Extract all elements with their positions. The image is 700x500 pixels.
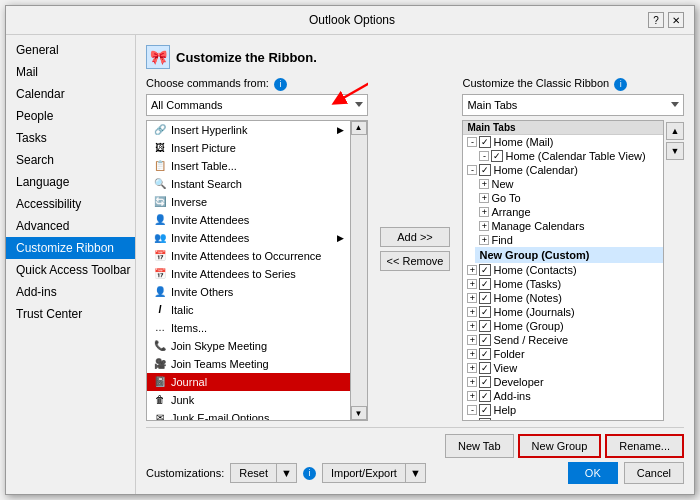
list-item-invite-occurrence[interactable]: 📅Invite Attendees to Occurrence xyxy=(147,247,350,265)
list-item-invite-attendees2[interactable]: 👥Invite Attendees▶ xyxy=(147,229,350,247)
ribbon-dropdown[interactable]: Main Tabs xyxy=(462,94,684,116)
import-export-button[interactable]: Import/Export xyxy=(323,464,406,482)
list-item-join-skype[interactable]: 📞Join Skype Meeting xyxy=(147,337,350,355)
tree-item-home-group[interactable]: + ✓ Home (Group) xyxy=(463,319,663,333)
list-item-italic[interactable]: IItalic xyxy=(147,301,350,319)
sidebar-item-customize-ribbon[interactable]: Customize Ribbon xyxy=(6,237,135,259)
toggle-view[interactable]: + xyxy=(467,363,477,373)
sidebar-item-search[interactable]: Search xyxy=(6,149,135,171)
cancel-button[interactable]: Cancel xyxy=(624,462,684,484)
list-item-invite-attendees1[interactable]: 👤Invite Attendees xyxy=(147,211,350,229)
check-outlook-beta[interactable]: ✓ xyxy=(479,418,491,422)
sidebar-item-people[interactable]: People xyxy=(6,105,135,127)
check-help[interactable]: ✓ xyxy=(479,404,491,416)
toggle-contacts[interactable]: + xyxy=(467,265,477,275)
list-item-junk-email-options[interactable]: ✉Junk E-mail Options... xyxy=(147,409,350,422)
sidebar-item-advanced[interactable]: Advanced xyxy=(6,215,135,237)
check-group[interactable]: ✓ xyxy=(479,320,491,332)
check-home-cal[interactable]: ✓ xyxy=(479,164,491,176)
check-journals[interactable]: ✓ xyxy=(479,306,491,318)
tree-item-home-calendar[interactable]: - ✓ Home (Calendar) xyxy=(463,163,663,177)
tree-list[interactable]: Main Tabs - ✓ Home (Mail) - ✓ Home (Cale… xyxy=(462,120,664,422)
reset-dropdown-arrow[interactable]: ▼ xyxy=(277,464,296,482)
sidebar-item-quick-access[interactable]: Quick Access Toolbar xyxy=(6,259,135,281)
toggle-addins[interactable]: + xyxy=(467,391,477,401)
sidebar-item-calendar[interactable]: Calendar xyxy=(6,83,135,105)
ok-button[interactable]: OK xyxy=(568,462,618,484)
check-home-cal-table[interactable]: ✓ xyxy=(491,150,503,162)
list-item-insert-hyperlink[interactable]: 🔗Insert Hyperlink▶ xyxy=(147,121,350,139)
list-item-journal[interactable]: 📓Journal xyxy=(147,373,350,391)
toggle-new[interactable]: + xyxy=(479,179,489,189)
tree-item-addins[interactable]: + ✓ Add-ins xyxy=(463,389,663,403)
scroll-up-button[interactable]: ▲ xyxy=(351,121,367,135)
check-tasks[interactable]: ✓ xyxy=(479,278,491,290)
rename-button[interactable]: Rename... xyxy=(605,434,684,458)
check-view[interactable]: ✓ xyxy=(479,362,491,374)
toggle-goto[interactable]: + xyxy=(479,193,489,203)
list-item-junk[interactable]: 🗑Junk xyxy=(147,391,350,409)
close-button[interactable]: ✕ xyxy=(668,12,684,28)
toggle-journals[interactable]: + xyxy=(467,307,477,317)
check-home-mail[interactable]: ✓ xyxy=(479,136,491,148)
tree-item-home-tasks[interactable]: + ✓ Home (Tasks) xyxy=(463,277,663,291)
left-info-icon[interactable]: i xyxy=(274,78,287,91)
toggle-find[interactable]: + xyxy=(479,235,489,245)
tree-item-arrange[interactable]: + Arrange xyxy=(475,205,663,219)
tree-item-new-group-custom[interactable]: New Group (Custom) xyxy=(475,247,663,263)
remove-button[interactable]: << Remove xyxy=(380,251,451,271)
list-item-items[interactable]: …Items... xyxy=(147,319,350,337)
reset-button[interactable]: Reset xyxy=(231,464,277,482)
list-item-inverse[interactable]: 🔄Inverse xyxy=(147,193,350,211)
tree-item-folder[interactable]: + ✓ Folder xyxy=(463,347,663,361)
toggle-developer[interactable]: + xyxy=(467,377,477,387)
toggle-arrange[interactable]: + xyxy=(479,207,489,217)
tree-item-home-journals[interactable]: + ✓ Home (Journals) xyxy=(463,305,663,319)
toggle-manage-cal[interactable]: + xyxy=(479,221,489,231)
tree-item-send-receive[interactable]: + ✓ Send / Receive xyxy=(463,333,663,347)
tree-scroll-down[interactable]: ▼ xyxy=(666,142,684,160)
list-item-invite-series[interactable]: 📅Invite Attendees to Series xyxy=(147,265,350,283)
sidebar-item-general[interactable]: General xyxy=(6,39,135,61)
check-addins[interactable]: ✓ xyxy=(479,390,491,402)
list-item-insert-table[interactable]: 📋Insert Table... xyxy=(147,157,350,175)
list-item-join-teams[interactable]: 🎥Join Teams Meeting xyxy=(147,355,350,373)
sidebar-item-tasks[interactable]: Tasks xyxy=(6,127,135,149)
tree-item-view[interactable]: + ✓ View xyxy=(463,361,663,375)
new-group-button[interactable]: New Group xyxy=(518,434,602,458)
toggle-help[interactable]: - xyxy=(467,405,477,415)
tree-item-developer[interactable]: + ✓ Developer xyxy=(463,375,663,389)
tree-scroll-up[interactable]: ▲ xyxy=(666,122,684,140)
tree-item-outlook-beta[interactable]: ✓ Outlook Beta xyxy=(475,417,663,422)
list-item-instant-search[interactable]: 🔍Instant Search xyxy=(147,175,350,193)
tree-item-manage-cal[interactable]: + Manage Calendars xyxy=(475,219,663,233)
tree-item-home-mail[interactable]: - ✓ Home (Mail) xyxy=(463,135,663,149)
scroll-down-button[interactable]: ▼ xyxy=(351,406,367,420)
toggle-home-cal[interactable]: - xyxy=(467,165,477,175)
sidebar-item-mail[interactable]: Mail xyxy=(6,61,135,83)
tree-item-home-calendar-table[interactable]: - ✓ Home (Calendar Table View) xyxy=(475,149,663,163)
list-item-insert-picture[interactable]: 🖼Insert Picture xyxy=(147,139,350,157)
toggle-folder[interactable]: + xyxy=(467,349,477,359)
commands-list[interactable]: 🔗Insert Hyperlink▶ 🖼Insert Picture 📋Inse… xyxy=(146,120,351,422)
check-developer[interactable]: ✓ xyxy=(479,376,491,388)
import-export-dropdown-arrow[interactable]: ▼ xyxy=(406,464,425,482)
sidebar-item-language[interactable]: Language xyxy=(6,171,135,193)
sidebar-item-trust-center[interactable]: Trust Center xyxy=(6,303,135,325)
tree-item-help[interactable]: - ✓ Help xyxy=(463,403,663,417)
commands-dropdown[interactable]: All Commands xyxy=(146,94,368,116)
toggle-notes[interactable]: + xyxy=(467,293,477,303)
toggle-send-receive[interactable]: + xyxy=(467,335,477,345)
new-tab-button[interactable]: New Tab xyxy=(445,434,514,458)
sidebar-item-addins[interactable]: Add-ins xyxy=(6,281,135,303)
toggle-tasks[interactable]: + xyxy=(467,279,477,289)
tree-item-new[interactable]: + New xyxy=(475,177,663,191)
list-item-invite-others[interactable]: 👤Invite Others xyxy=(147,283,350,301)
toggle-group[interactable]: + xyxy=(467,321,477,331)
right-info-icon[interactable]: i xyxy=(614,78,627,91)
check-send-receive[interactable]: ✓ xyxy=(479,334,491,346)
tree-item-goto[interactable]: + Go To xyxy=(475,191,663,205)
tree-item-home-notes[interactable]: + ✓ Home (Notes) xyxy=(463,291,663,305)
tree-item-find[interactable]: + Find xyxy=(475,233,663,247)
add-button[interactable]: Add >> xyxy=(380,227,451,247)
